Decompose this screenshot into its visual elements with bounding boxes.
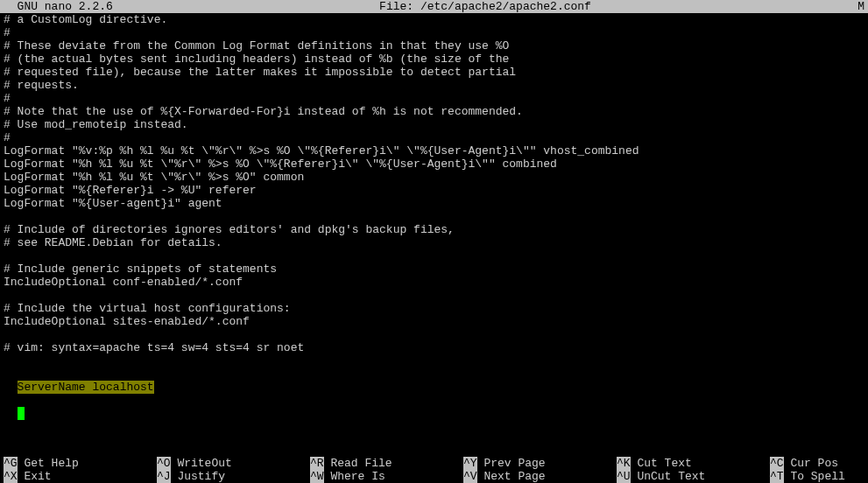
shortcut-where-is[interactable]: ^W Where Is	[310, 470, 463, 483]
editor-content[interactable]: # a CustomLog directive.## These deviate…	[0, 13, 868, 368]
editor-line	[4, 354, 864, 368]
shortcut-label: WriteOut	[171, 457, 232, 470]
editor-line: # Include generic snippets of statements	[4, 262, 864, 276]
editor-line: LogFormat "%{Referer}i -> %U" referer	[4, 184, 864, 197]
shortcut-label: To Spell	[784, 470, 845, 483]
shortcut-key: ^O	[157, 457, 171, 470]
editor-line: #	[4, 131, 864, 144]
shortcut-label: Next Page	[477, 470, 546, 483]
editor-line: LogFormat "%v:%p %h %l %u %t \"%r\" %>s …	[4, 144, 864, 158]
shortcut-to-spell[interactable]: ^T To Spell	[770, 470, 857, 483]
editor-line	[4, 289, 864, 302]
shortcut-label: Prev Page	[477, 457, 546, 470]
editor-line	[4, 249, 864, 262]
file-path: File: /etc/apache2/apache2.conf	[113, 0, 857, 13]
shortcut-label: Get Help	[18, 457, 79, 470]
shortcut-label: Read File	[324, 457, 392, 470]
editor-line: # vim: syntax=apache ts=4 sw=4 sts=4 sr …	[4, 341, 864, 354]
shortcut-key: ^X	[4, 470, 18, 483]
shortcut-key: ^C	[770, 457, 784, 470]
shortcut-label: Justify	[171, 470, 225, 483]
shortcut-key: ^V	[463, 470, 477, 483]
editor-line: IncludeOptional conf-enabled/*.conf	[4, 276, 864, 289]
shortcut-exit[interactable]: ^X Exit	[4, 470, 157, 483]
editor-line: #	[4, 92, 864, 105]
shortcut-label: Where Is	[324, 470, 385, 483]
titlebar: GNU nano 2.2.6 File: /etc/apache2/apache…	[0, 0, 868, 13]
highlighted-text: ServerName localhost	[18, 381, 154, 394]
editor-line: # requested file), because the latter ma…	[4, 66, 864, 79]
shortcut-writeout[interactable]: ^O WriteOut	[157, 457, 310, 470]
shortcut-key: ^J	[157, 470, 171, 483]
editor-line: LogFormat "%h %l %u %t \"%r\" %>s %O" co…	[4, 171, 864, 184]
shortcut-label: UnCut Text	[631, 470, 706, 483]
app-name: GNU nano 2.2.6	[4, 0, 113, 13]
shortcut-uncut-text[interactable]: ^U UnCut Text	[617, 470, 770, 483]
shortcut-prev-page[interactable]: ^Y Prev Page	[463, 457, 617, 470]
cursor-line[interactable]	[0, 394, 868, 420]
modified-indicator: M	[857, 0, 864, 13]
shortcut-label: Cut Text	[631, 457, 692, 470]
shortcut-key: ^G	[4, 457, 18, 470]
shortcut-key: ^U	[617, 470, 631, 483]
shortcut-key: ^K	[617, 457, 631, 470]
shortcut-read-file[interactable]: ^R Read File	[310, 457, 463, 470]
editor-line: IncludeOptional sites-enabled/*.conf	[4, 315, 864, 328]
shortcut-cur-pos[interactable]: ^C Cur Pos	[770, 457, 857, 470]
editor-line	[4, 210, 864, 223]
shortcut-cut-text[interactable]: ^K Cut Text	[617, 457, 770, 470]
editor-line: # requests.	[4, 79, 864, 92]
text-cursor	[18, 407, 25, 420]
shortcut-row-1: ^G Get Help^O WriteOut^R Read File^Y Pre…	[4, 457, 864, 470]
shortcut-row-2: ^X Exit^J Justify^W Where Is^V Next Page…	[4, 470, 864, 483]
editor-line: # Include the virtual host configuration…	[4, 302, 864, 315]
shortcut-label: Cur Pos	[784, 457, 838, 470]
shortcut-key: ^W	[310, 470, 324, 483]
editor-line	[4, 328, 864, 341]
shortcut-bar: ^G Get Help^O WriteOut^R Read File^Y Pre…	[0, 457, 868, 483]
shortcut-key: ^Y	[463, 457, 477, 470]
shortcut-next-page[interactable]: ^V Next Page	[463, 470, 617, 483]
editor-line: # Include of directories ignores editors…	[4, 223, 864, 236]
editor-line: # (the actual bytes sent including heade…	[4, 52, 864, 66]
editor-line: # Note that the use of %{X-Forwarded-For…	[4, 105, 864, 118]
editor-line: #	[4, 26, 864, 39]
editor-highlighted[interactable]: ServerName localhost	[0, 368, 868, 394]
shortcut-key: ^T	[770, 470, 784, 483]
editor-line: # These deviate from the Common Log Form…	[4, 39, 864, 52]
shortcut-label: Exit	[18, 470, 52, 483]
editor-line: # a CustomLog directive.	[4, 13, 864, 26]
editor-line: # see README.Debian for details.	[4, 236, 864, 249]
editor-line: # Use mod_remoteip instead.	[4, 118, 864, 131]
editor-line: LogFormat "%h %l %u %t \"%r\" %>s %O \"%…	[4, 158, 864, 171]
shortcut-key: ^R	[310, 457, 324, 470]
shortcut-justify[interactable]: ^J Justify	[157, 470, 310, 483]
editor-line: LogFormat "%{User-agent}i" agent	[4, 197, 864, 210]
shortcut-get-help[interactable]: ^G Get Help	[4, 457, 157, 470]
